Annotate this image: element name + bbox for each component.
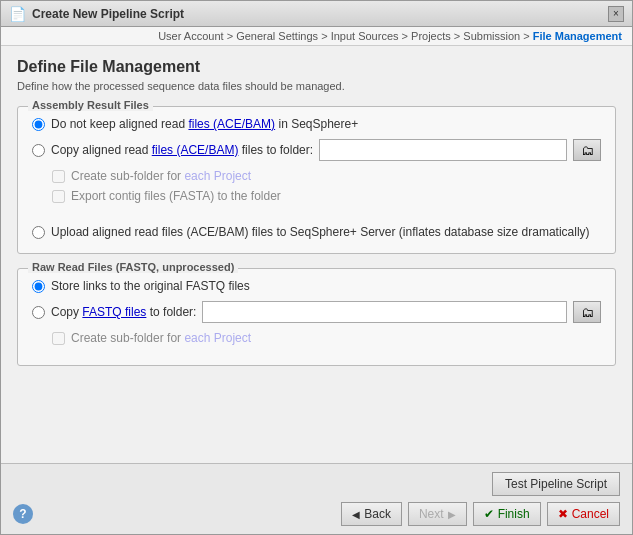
raw-section: Raw Read Files (FASTQ, unprocessed) Stor… — [17, 268, 616, 366]
assembly-label-1: Do not keep aligned read files (ACE/BAM)… — [51, 117, 358, 131]
assembly-label-2: Copy aligned read files (ACE/BAM) files … — [51, 143, 313, 157]
page-title: Define File Management — [17, 58, 616, 76]
test-row: Test Pipeline Script — [13, 472, 620, 496]
next-button[interactable]: Next ▶ — [408, 502, 467, 526]
raw-subfolder-label: Create sub-folder for each Project — [71, 331, 251, 345]
assembly-folder-input[interactable] — [319, 139, 567, 161]
finish-check-icon: ✔ — [484, 507, 494, 521]
raw-label-2: Copy FASTQ files to folder: — [51, 305, 196, 319]
breadcrumb: User Account > General Settings > Input … — [1, 27, 632, 46]
raw-radio-2[interactable] — [32, 306, 45, 319]
breadcrumb-file-management: File Management — [533, 30, 622, 42]
dialog-title: Create New Pipeline Script — [32, 7, 184, 21]
assembly-option-1: Do not keep aligned read files (ACE/BAM)… — [32, 117, 601, 131]
breadcrumb-projects: Projects — [411, 30, 451, 42]
help-button[interactable]: ? — [13, 504, 33, 524]
raw-section-label: Raw Read Files (FASTQ, unprocessed) — [28, 261, 238, 273]
cancel-x-icon: ✖ — [558, 507, 568, 521]
raw-option-2: Copy FASTQ files to folder: 🗂 — [32, 301, 601, 323]
test-pipeline-button[interactable]: Test Pipeline Script — [492, 472, 620, 496]
assembly-section: Assembly Result Files Do not keep aligne… — [17, 106, 616, 254]
finish-button[interactable]: ✔ Finish — [473, 502, 541, 526]
close-button[interactable]: × — [608, 6, 624, 22]
assembly-label-3: Upload aligned read files (ACE/BAM) file… — [51, 225, 590, 239]
back-label: Back — [364, 507, 391, 521]
nav-row: ? ◀ Back Next ▶ ✔ Finish ✖ Cancel — [13, 502, 620, 526]
finish-label: Finish — [498, 507, 530, 521]
dialog-icon: 📄 — [9, 6, 26, 22]
raw-subfolder-checkbox[interactable] — [52, 332, 65, 345]
raw-checkbox-subfolder: Create sub-folder for each Project — [52, 331, 601, 345]
assembly-export-label: Export contig files (FASTA) to the folde… — [71, 189, 281, 203]
assembly-folder-browse-button[interactable]: 🗂 — [573, 139, 601, 161]
assembly-checkbox-subfolder: Create sub-folder for each Project — [52, 169, 601, 183]
raw-label-1: Store links to the original FASTQ files — [51, 279, 250, 293]
cancel-button[interactable]: ✖ Cancel — [547, 502, 620, 526]
next-label: Next — [419, 507, 444, 521]
nav-buttons: ◀ Back Next ▶ ✔ Finish ✖ Cancel — [341, 502, 620, 526]
raw-radio-1[interactable] — [32, 280, 45, 293]
assembly-export-checkbox[interactable] — [52, 190, 65, 203]
title-bar: 📄 Create New Pipeline Script × — [1, 1, 632, 27]
cancel-label: Cancel — [572, 507, 609, 521]
assembly-section-label: Assembly Result Files — [28, 99, 153, 111]
footer: Test Pipeline Script ? ◀ Back Next ▶ ✔ F… — [1, 463, 632, 534]
assembly-radio-3[interactable] — [32, 226, 45, 239]
assembly-subfolder-checkbox[interactable] — [52, 170, 65, 183]
main-content: Define File Management Define how the pr… — [1, 46, 632, 463]
assembly-option-3: Upload aligned read files (ACE/BAM) file… — [32, 225, 601, 239]
assembly-subfolder-label: Create sub-folder for each Project — [71, 169, 251, 183]
assembly-checkbox-export: Export contig files (FASTA) to the folde… — [52, 189, 601, 203]
next-arrow-icon: ▶ — [448, 509, 456, 520]
raw-folder-browse-button[interactable]: 🗂 — [573, 301, 601, 323]
assembly-radio-2[interactable] — [32, 144, 45, 157]
back-arrow-icon: ◀ — [352, 509, 360, 520]
assembly-radio-1[interactable] — [32, 118, 45, 131]
dialog: 📄 Create New Pipeline Script × User Acco… — [0, 0, 633, 535]
assembly-option-2: Copy aligned read files (ACE/BAM) files … — [32, 139, 601, 161]
breadcrumb-submission: Submission — [463, 30, 520, 42]
breadcrumb-user-account: User Account — [158, 30, 223, 42]
breadcrumb-input-sources: Input Sources — [331, 30, 399, 42]
back-button[interactable]: ◀ Back — [341, 502, 402, 526]
breadcrumb-general-settings: General Settings — [236, 30, 318, 42]
raw-folder-input[interactable] — [202, 301, 567, 323]
page-subtitle: Define how the processed sequence data f… — [17, 80, 616, 92]
raw-option-1: Store links to the original FASTQ files — [32, 279, 601, 293]
